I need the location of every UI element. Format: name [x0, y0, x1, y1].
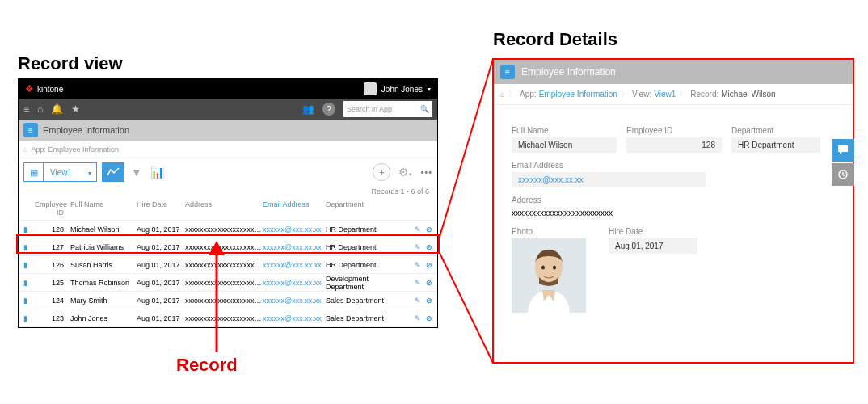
col-email[interactable]: Email Address	[263, 200, 326, 217]
col-employee-id[interactable]: Employee ID	[35, 200, 70, 217]
cell-name: Mary Smith	[70, 297, 137, 305]
global-topbar: ❖ kintone John Jones ▾	[19, 79, 437, 99]
breadcrumb-app[interactable]: App:Employee Information	[520, 90, 617, 99]
col-address[interactable]: Address	[185, 200, 263, 217]
cell-addr: xxxxxxxxxxxxxxxxxxxxxxxxx	[185, 243, 263, 251]
cell-id: 125	[35, 279, 70, 287]
filter-icon[interactable]: ▼	[129, 166, 144, 179]
cell-dept: HR Department	[326, 261, 408, 269]
more-menu-icon[interactable]: •••	[420, 167, 432, 177]
cell-id: 128	[35, 225, 70, 234]
details-header: ≡ Employee Information	[494, 60, 853, 84]
table-row[interactable]: ▮123John JonesAug 01, 2017xxxxxxxxxxxxxx…	[19, 309, 437, 327]
star-icon[interactable]: ★	[71, 103, 80, 115]
cell-id: 127	[35, 243, 70, 251]
cell-dept: Development Department	[326, 275, 408, 291]
cell-email[interactable]: xxxxxx@xxx.xx.xx	[263, 225, 326, 234]
record-icon: ▮	[23, 314, 35, 322]
cell-email[interactable]: xxxxxx@xxx.xx.xx	[263, 297, 326, 305]
view-name: View1	[50, 168, 72, 177]
cell-addr: xxxxxxxxxxxxxxxxxxxxxxxxx	[185, 279, 263, 287]
cell-dept: Sales Department	[326, 314, 408, 322]
table-row[interactable]: ▮124Mary SmithAug 01, 2017xxxxxxxxxxxxxx…	[19, 292, 437, 309]
edit-icon[interactable]: ✎	[415, 225, 421, 234]
home-icon[interactable]: ⌂	[37, 103, 43, 115]
avatar-icon	[364, 82, 377, 95]
cell-dept: Sales Department	[326, 297, 408, 305]
chevron-down-icon: ▾	[428, 86, 431, 93]
chart-icon[interactable]: 📊	[149, 166, 166, 179]
search-icon: 🔍	[420, 105, 429, 113]
table-header: Employee ID Full Name Hire Date Address …	[19, 197, 437, 221]
field-hire-date: Hire Date Aug 01, 2017	[609, 227, 697, 313]
delete-icon[interactable]: ⊘	[426, 279, 432, 287]
cell-dept: HR Department	[326, 225, 408, 234]
cell-email[interactable]: xxxxxx@xxx.xx.xx	[263, 279, 326, 287]
comment-button[interactable]	[832, 139, 854, 162]
table-row[interactable]: ▮128Michael WilsonAug 01, 2017xxxxxxxxxx…	[19, 221, 437, 238]
gear-icon[interactable]: ⚙▾	[398, 166, 412, 179]
records-count: Records 1 - 6 of 6	[19, 186, 437, 197]
edit-icon[interactable]: ✎	[415, 314, 421, 322]
cell-email[interactable]: xxxxxx@xxx.xx.xx	[263, 314, 326, 322]
app-title: Employee Information	[43, 125, 129, 135]
history-button[interactable]	[832, 163, 854, 186]
cell-email[interactable]: xxxxxx@xxx.xx.xx	[263, 261, 326, 269]
field-employee-id: Employee ID 128	[626, 126, 722, 153]
delete-icon[interactable]: ⊘	[426, 314, 432, 322]
brand: ❖ kintone	[25, 83, 63, 95]
people-icon[interactable]: 👥	[302, 103, 314, 115]
breadcrumb-record: Record:Michael Wilson	[690, 90, 775, 99]
field-photo: Photo	[512, 227, 599, 313]
cell-addr: xxxxxxxxxxxxxxxxxxxxxxxxx	[185, 261, 263, 269]
col-hire-date[interactable]: Hire Date	[137, 200, 185, 217]
value-employee-id: 128	[626, 137, 722, 153]
field-full-name: Full Name Michael Wilson	[512, 126, 617, 153]
col-full-name[interactable]: Full Name	[70, 200, 137, 217]
details-side-actions	[832, 139, 854, 186]
col-department[interactable]: Department	[326, 200, 408, 217]
table-row[interactable]: ▮127Patricia WilliamsAug 01, 2017xxxxxxx…	[19, 238, 437, 256]
svg-line-3	[440, 253, 493, 363]
table-row[interactable]: ▮125Thomas RobinsonAug 01, 2017xxxxxxxxx…	[19, 274, 437, 292]
table-row[interactable]: ▮126Susan HarrisAug 01, 2017xxxxxxxxxxxx…	[19, 256, 437, 274]
details-title: Employee Information	[521, 66, 616, 78]
edit-icon[interactable]: ✎	[415, 261, 421, 269]
records-table: Employee ID Full Name Hire Date Address …	[19, 197, 437, 327]
bell-icon[interactable]: 🔔	[51, 103, 63, 115]
delete-icon[interactable]: ⊘	[426, 261, 432, 269]
menu-icon[interactable]: ≡	[23, 103, 29, 115]
cell-email[interactable]: xxxxxx@xxx.xx.xx	[263, 243, 326, 251]
cell-addr: xxxxxxxxxxxxxxxxxxxxxxxxx	[185, 314, 263, 322]
help-icon[interactable]: ?	[322, 103, 335, 116]
delete-icon[interactable]: ⊘	[426, 225, 432, 234]
cell-id: 124	[35, 297, 70, 305]
breadcrumb-view[interactable]: View:View1	[632, 90, 676, 99]
photo-thumbnail[interactable]	[512, 238, 586, 313]
value-email[interactable]: xxxxxx@xxx.xx.xx	[512, 172, 706, 187]
graph-button[interactable]	[102, 162, 124, 182]
breadcrumb-home-icon[interactable]: ⌂	[23, 145, 27, 154]
cell-dept: HR Department	[326, 243, 408, 251]
cell-hire: Aug 01, 2017	[137, 314, 185, 322]
search-input[interactable]: Search in App 🔍	[343, 101, 432, 117]
edit-icon[interactable]: ✎	[415, 243, 421, 251]
cell-addr: xxxxxxxxxxxxxxxxxxxxxxxxx	[185, 297, 263, 305]
breadcrumb-home-icon[interactable]: ⌂	[500, 90, 505, 99]
delete-icon[interactable]: ⊘	[426, 297, 432, 305]
app-icon: ≡	[23, 123, 38, 137]
delete-icon[interactable]: ⊘	[426, 243, 432, 251]
value-address: xxxxxxxxxxxxxxxxxxxxxxxxx	[512, 207, 722, 219]
annotation-record: Record	[176, 355, 238, 376]
details-breadcrumb: ⌂ 〉 App:Employee Information 〉 View:View…	[494, 84, 853, 105]
cell-hire: Aug 01, 2017	[137, 279, 185, 287]
edit-icon[interactable]: ✎	[415, 297, 421, 305]
view-selector[interactable]: ▦ View1▾	[23, 162, 97, 182]
grid-icon: ▦	[24, 163, 44, 181]
add-record-button[interactable]: +	[373, 163, 390, 181]
user-menu[interactable]: John Jones ▾	[364, 82, 431, 95]
cell-id: 126	[35, 261, 70, 269]
cell-hire: Aug 01, 2017	[137, 243, 185, 251]
edit-icon[interactable]: ✎	[415, 279, 421, 287]
record-view-panel: ❖ kintone John Jones ▾ ≡ ⌂ 🔔 ★ 👥 ? Searc…	[18, 78, 438, 328]
